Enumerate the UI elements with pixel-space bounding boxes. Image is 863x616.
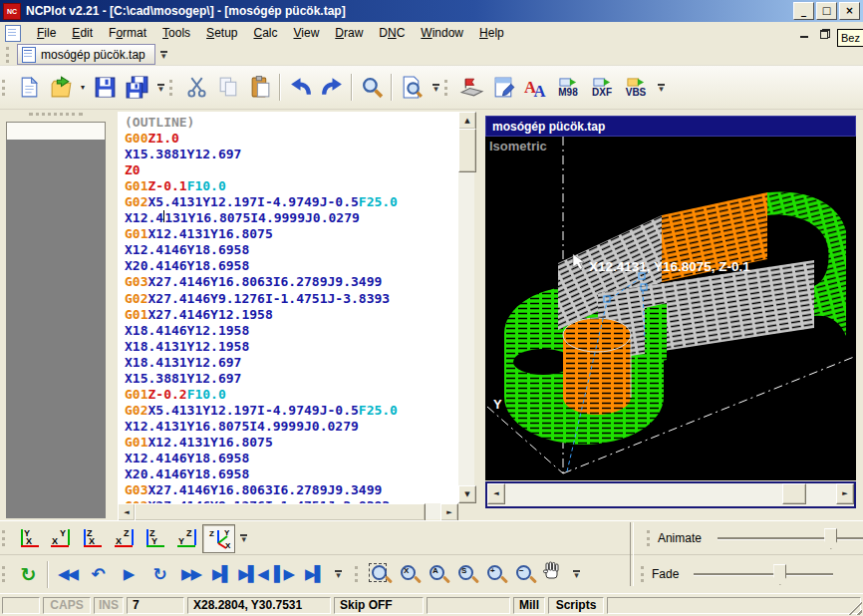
paste-button[interactable]	[244, 71, 276, 105]
animate-slider[interactable]	[718, 527, 863, 549]
menu-window[interactable]: Window	[413, 23, 471, 43]
fast-forward-button[interactable]: ▶▶	[175, 559, 206, 589]
toolbar-grip[interactable]	[444, 80, 450, 96]
open-button[interactable]	[45, 71, 77, 105]
toolbar-grip[interactable]	[355, 566, 361, 582]
find-button[interactable]	[356, 71, 388, 105]
save-button[interactable]	[89, 71, 121, 105]
menu-draw[interactable]: Draw	[327, 23, 371, 43]
view-yz-button[interactable]: ZY	[170, 525, 202, 552]
zoom-in-button[interactable]: +	[481, 559, 510, 589]
backplot-button[interactable]	[455, 71, 487, 105]
m98-button[interactable]: M98	[551, 70, 585, 106]
step-back-button[interactable]: ↶	[83, 559, 114, 589]
find-in-file-button[interactable]	[396, 71, 428, 105]
dxf-button[interactable]: DXF	[585, 70, 619, 106]
document-icon[interactable]	[5, 25, 21, 42]
view-zx-button[interactable]: ZX	[76, 525, 108, 552]
editor-window-button[interactable]	[487, 71, 519, 105]
toolbar-grip[interactable]	[6, 47, 12, 63]
menu-calc[interactable]: Calc	[245, 23, 285, 43]
tab-mosogep-pucok[interactable]: mosógép pücök.tap	[17, 44, 155, 65]
toolbar-grip[interactable]	[2, 530, 8, 546]
machine-mode-indicator[interactable]: Mill	[513, 597, 545, 614]
copy-button[interactable]	[212, 71, 244, 105]
play-button[interactable]: ▶	[114, 559, 144, 589]
redraw-button[interactable]: ↻	[13, 559, 44, 589]
maximize-button[interactable]: □	[816, 2, 837, 20]
view-xy-button[interactable]: YX	[13, 525, 45, 552]
toolbar-overflow-button[interactable]: ▾	[655, 75, 668, 101]
menu-view[interactable]: View	[286, 23, 328, 43]
menu-help[interactable]: Help	[471, 23, 512, 43]
fade-slider-thumb[interactable]	[773, 564, 786, 585]
toolbar-grip[interactable]	[641, 566, 647, 582]
step-forward-button[interactable]: ▌▶	[268, 559, 299, 589]
tabbar-overflow-button[interactable]: ▾	[157, 42, 170, 68]
scroll-down-button[interactable]: ▼	[458, 485, 476, 503]
zoom-all-button[interactable]: A	[424, 559, 452, 589]
zoom-out-button[interactable]: −	[510, 559, 539, 589]
panel-grip[interactable]	[29, 113, 83, 119]
cut-button[interactable]	[180, 71, 212, 105]
toolbar-grip[interactable]	[647, 530, 653, 546]
scroll-left-button[interactable]: ◄	[487, 483, 505, 504]
menu-file[interactable]: File	[29, 23, 64, 43]
scroll-up-button[interactable]: ▲	[458, 112, 476, 130]
go-to-end-button[interactable]: ▶▌	[299, 559, 330, 589]
toolbar-overflow-button[interactable]: ▾	[332, 561, 345, 587]
scroll-right-button[interactable]: ►	[836, 483, 854, 504]
viewport-title-bar[interactable]: mosógép pücök.tap	[485, 116, 856, 137]
close-button[interactable]: ×	[839, 2, 860, 20]
scroll-thumb[interactable]	[782, 483, 806, 504]
editor-vertical-scrollbar[interactable]: ▲ ▼	[458, 112, 474, 503]
minimize-button[interactable]: _	[793, 2, 814, 20]
zoom-window-button[interactable]	[366, 559, 395, 589]
font-button[interactable]: AA	[519, 71, 551, 105]
child-restore-button[interactable]	[816, 26, 833, 40]
scripts-indicator[interactable]: Scripts	[548, 597, 604, 614]
viewport-horizontal-scrollbar[interactable]: ◄ ►	[485, 481, 856, 508]
run-to-end-button[interactable]: ▶▌	[206, 559, 237, 589]
scroll-right-button[interactable]: ►	[440, 503, 458, 521]
animate-slider-thumb[interactable]	[824, 528, 837, 549]
run-to-selection-button[interactable]: ▶▌◀	[237, 559, 268, 589]
save-all-button[interactable]	[121, 71, 152, 105]
menu-format[interactable]: Format	[101, 23, 154, 43]
view-yx-button[interactable]: YX	[45, 525, 77, 552]
zoom-extents-button[interactable]: X	[395, 559, 424, 589]
toolbar-overflow-button[interactable]: ▾	[570, 561, 583, 587]
gcode-editor[interactable]: (OUTLINE)G00Z1.0X15.3881Y12.697Z0G01Z-0.…	[118, 112, 458, 503]
skip-indicator[interactable]: Skip OFF	[334, 597, 424, 614]
zoom-scale-button[interactable]: S	[452, 559, 481, 589]
redo-button[interactable]	[316, 71, 348, 105]
toolbar-grip[interactable]	[169, 80, 175, 96]
toolbar-grip[interactable]	[2, 80, 8, 96]
view-xz-button[interactable]: ZX	[108, 525, 140, 552]
menu-setup[interactable]: Setup	[198, 23, 245, 43]
vbs-button[interactable]: VBS	[619, 70, 653, 106]
menu-tools[interactable]: Tools	[154, 23, 198, 43]
toolbar-overflow-button[interactable]: ▾	[237, 525, 249, 551]
scroll-thumb[interactable]	[458, 129, 476, 172]
open-dropdown-button[interactable]: ▾	[77, 71, 89, 105]
pan-button[interactable]	[539, 559, 568, 589]
fade-slider[interactable]	[694, 563, 833, 585]
scroll-thumb[interactable]	[135, 503, 426, 521]
child-minimize-button[interactable]	[795, 26, 812, 40]
view-zy-button[interactable]: ZY	[140, 525, 171, 552]
rewind-button[interactable]: ◀◀	[52, 559, 83, 589]
menu-dnc[interactable]: DNC	[371, 23, 413, 43]
menu-edit[interactable]: Edit	[64, 23, 101, 43]
undo-button[interactable]	[284, 71, 316, 105]
toolbar-overflow-button[interactable]: ▾	[154, 75, 167, 101]
new-button[interactable]	[13, 71, 45, 105]
scroll-left-button[interactable]: ◄	[118, 503, 136, 521]
graphics-viewport[interactable]: X12.4131, Y16.8075, Z-0.1 Isometric Y	[485, 137, 856, 480]
loop-button[interactable]: ↻	[144, 559, 175, 589]
toolbar-grip[interactable]	[2, 566, 8, 582]
toolbar-overflow-button[interactable]: ▾	[430, 75, 442, 101]
editor-horizontal-scrollbar[interactable]: ◄ ►	[118, 503, 458, 519]
view-isometric-button[interactable]: ZYX	[202, 524, 236, 553]
tool-list-body[interactable]	[6, 140, 106, 518]
